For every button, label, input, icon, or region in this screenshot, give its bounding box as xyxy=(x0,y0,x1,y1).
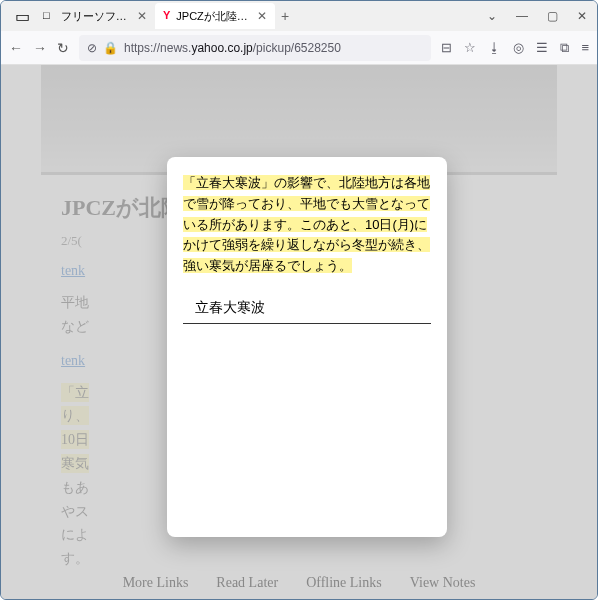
close-button[interactable]: ✕ xyxy=(567,2,597,30)
toolbar: ← → ↻ ⊘ 🔒 https://news.yahoo.co.jp/picku… xyxy=(1,31,597,65)
bookmark-icon[interactable]: ☆ xyxy=(464,40,476,56)
download-icon[interactable]: ⭳ xyxy=(488,40,501,56)
tab-favicon: □ xyxy=(43,9,55,23)
tab-favicon: Y xyxy=(163,9,170,23)
reader-icon[interactable]: ⊟ xyxy=(441,40,452,56)
footer-links: More Links Read Later Offline Links View… xyxy=(1,575,597,591)
account-icon[interactable]: ☰ xyxy=(536,40,548,56)
titlebar: ▭ □ フリーソフト100 ✕ Y JPCZが北陸直撃 平地も積雪急増 ✕ + … xyxy=(1,1,597,31)
close-icon[interactable]: ✕ xyxy=(137,9,147,23)
read-later[interactable]: Read Later xyxy=(216,575,278,591)
view-notes[interactable]: View Notes xyxy=(410,575,476,591)
tab-label: JPCZが北陸直撃 平地も積雪急増 xyxy=(176,9,251,24)
popup-subheading: 立春大寒波 xyxy=(183,293,431,324)
minimize-button[interactable]: — xyxy=(507,2,537,30)
workspace-icon[interactable]: ▭ xyxy=(9,3,35,29)
puzzle-icon[interactable]: ⧉ xyxy=(560,40,569,56)
back-button[interactable]: ← xyxy=(9,40,23,56)
tab-label: フリーソフト100 xyxy=(61,9,131,24)
offline-links[interactable]: Offline Links xyxy=(306,575,382,591)
menu-icon[interactable]: ≡ xyxy=(581,40,589,56)
chevron-down-icon[interactable]: ⌄ xyxy=(477,2,507,30)
lock-icon: 🔒 xyxy=(103,41,118,55)
close-icon[interactable]: ✕ xyxy=(257,9,267,23)
tab-yahoo-news[interactable]: Y JPCZが北陸直撃 平地も積雪急増 ✕ xyxy=(155,3,275,29)
shield-icon[interactable]: ⊘ xyxy=(87,41,97,55)
more-links[interactable]: More Links xyxy=(123,575,189,591)
popup-text: 「立春大寒波」の影響で、北陸地方は各地で雪が降っており、平地でも大雪となっている… xyxy=(183,173,431,277)
url-bar[interactable]: ⊘ 🔒 https://news.yahoo.co.jp/pickup/6528… xyxy=(79,35,431,61)
url-text: https://news.yahoo.co.jp/pickup/6528250 xyxy=(124,41,341,55)
maximize-button[interactable]: ▢ xyxy=(537,2,567,30)
new-tab-button[interactable]: + xyxy=(281,8,289,24)
reload-button[interactable]: ↻ xyxy=(57,40,69,56)
tab-freesoft[interactable]: □ フリーソフト100 ✕ xyxy=(35,3,155,29)
extension-icon[interactable]: ◎ xyxy=(513,40,524,56)
forward-button[interactable]: → xyxy=(33,40,47,56)
highlight-popup: 「立春大寒波」の影響で、北陸地方は各地で雪が降っており、平地でも大雪となっている… xyxy=(167,157,447,537)
